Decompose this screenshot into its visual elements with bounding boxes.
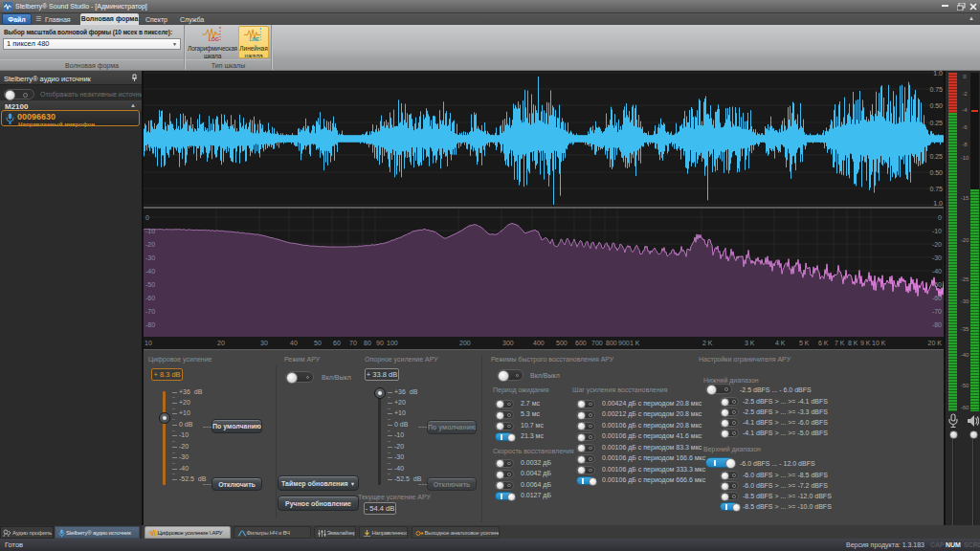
svg-text:1.0: 1.0 — [933, 71, 943, 77]
svg-text:0.25: 0.25 — [929, 120, 943, 126]
svg-text:0.50: 0.50 — [929, 169, 943, 176]
svg-text:0.75: 0.75 — [929, 186, 943, 192]
svg-text:-10: -10 — [145, 228, 155, 234]
svg-text:7 K: 7 K — [835, 340, 845, 346]
svg-text:3 K: 3 K — [745, 340, 755, 346]
svg-text:0: 0 — [938, 214, 942, 221]
svg-text:20 K: 20 K — [928, 340, 943, 346]
svg-text:90: 90 — [376, 340, 384, 346]
svg-text:-80: -80 — [145, 321, 155, 328]
svg-text:500: 500 — [556, 340, 568, 346]
svg-text:0.0: 0.0 — [933, 136, 943, 143]
svg-text:-30: -30 — [145, 254, 155, 261]
svg-text:-80: -80 — [932, 321, 942, 328]
svg-text:4 K: 4 K — [775, 340, 786, 346]
svg-text:80: 80 — [364, 340, 371, 346]
svg-text:-70: -70 — [145, 308, 155, 315]
svg-text:LOG: LOG — [209, 36, 219, 42]
svg-text:70: 70 — [349, 340, 357, 346]
svg-text:0.25: 0.25 — [929, 153, 943, 160]
svg-text:10 K: 10 K — [872, 340, 886, 346]
svg-text:700: 700 — [591, 340, 603, 346]
svg-text:LINE: LINE — [249, 37, 259, 42]
svg-text:200: 200 — [459, 340, 471, 346]
svg-text:6 K: 6 K — [818, 340, 829, 346]
svg-text:300: 300 — [502, 340, 514, 346]
svg-text:1.0: 1.0 — [933, 200, 943, 207]
svg-text:600: 600 — [575, 340, 587, 346]
svg-text:60: 60 — [333, 340, 341, 346]
svg-text:400: 400 — [533, 340, 545, 346]
svg-text:8 K: 8 K — [848, 340, 858, 346]
svg-text:-50: -50 — [145, 281, 155, 288]
svg-text:50: 50 — [314, 340, 322, 346]
svg-text:-30: -30 — [932, 254, 942, 261]
svg-text:10: 10 — [145, 340, 152, 346]
svg-text:-60: -60 — [932, 295, 942, 301]
svg-text:-70: -70 — [932, 308, 942, 315]
svg-text:0.50: 0.50 — [929, 102, 943, 109]
svg-text:30: 30 — [260, 340, 268, 346]
svg-text:20: 20 — [217, 340, 225, 346]
svg-text:100: 100 — [387, 340, 398, 346]
svg-text:2 K: 2 K — [702, 340, 713, 346]
svg-text:0: 0 — [145, 214, 149, 221]
svg-text:-40: -40 — [932, 268, 942, 275]
svg-text:9 K: 9 K — [860, 340, 871, 346]
svg-text:1 K: 1 K — [630, 340, 640, 346]
svg-text:800: 800 — [606, 340, 617, 346]
svg-text:900: 900 — [618, 340, 630, 346]
svg-text:5 K: 5 K — [799, 340, 810, 346]
svg-text:-40: -40 — [145, 268, 155, 275]
svg-text:-60: -60 — [145, 295, 155, 301]
svg-text:0.75: 0.75 — [929, 86, 943, 93]
svg-text:-20: -20 — [932, 241, 942, 248]
svg-text:40: 40 — [290, 340, 298, 346]
svg-text:-10: -10 — [932, 228, 942, 234]
svg-text:-20: -20 — [145, 241, 155, 248]
svg-text:-50: -50 — [932, 281, 942, 288]
